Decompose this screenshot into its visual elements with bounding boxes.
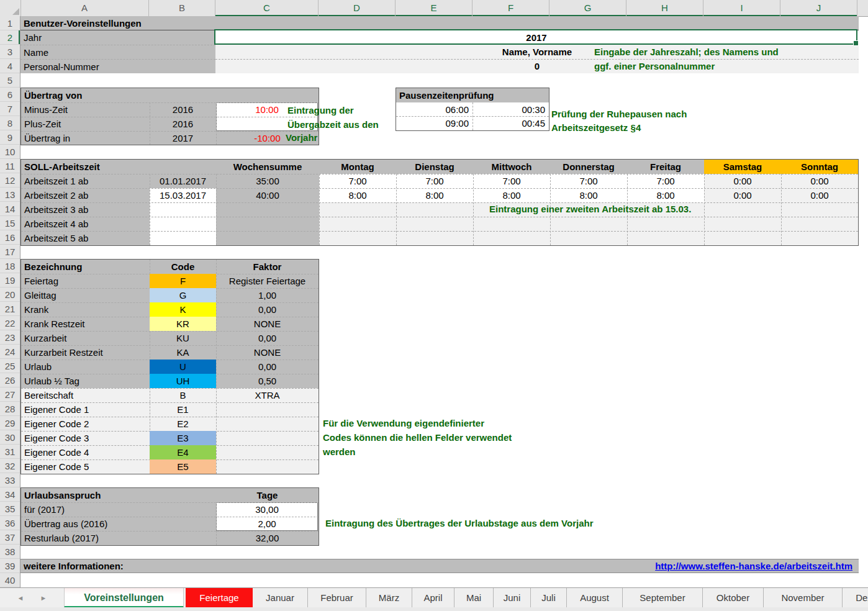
select-all-corner[interactable] [0,0,21,16]
arbeitszeit-2-date-cell[interactable]: 15.03.2017 [150,188,216,202]
tab-september[interactable]: September [623,588,703,608]
pausen-break-cell[interactable]: 00:45 [472,116,549,130]
tab-juni[interactable]: Juni [494,588,531,608]
code-cell[interactable]: G [150,288,216,302]
code-cell[interactable]: U [150,360,216,374]
soll-value-cell[interactable]: 7:00 [550,174,627,188]
tab-feiertage[interactable]: Feiertage [186,588,253,608]
row-header[interactable]: 26 [0,373,20,387]
row-header-selected[interactable]: 2 [0,30,20,45]
row-header[interactable]: 20 [0,287,20,302]
pausen-from-cell[interactable]: 09:00 [396,116,472,130]
code-cell[interactable]: KA [150,345,216,360]
urlaub-uebertrag-value-cell[interactable]: 2,00 [216,517,318,531]
code-cell[interactable]: E3 [150,431,216,445]
soll-value-cell[interactable]: 8:00 [550,188,627,202]
row-header[interactable]: 39 [0,559,20,573]
tab-scroll-left-icon[interactable]: ◄ [17,595,24,602]
row-header[interactable]: 9 [0,130,20,145]
pausen-from-cell[interactable]: 06:00 [396,102,472,117]
code-cell[interactable]: K [150,302,216,317]
row-header[interactable]: 24 [0,345,20,359]
row-header[interactable]: 3 [0,45,20,59]
row-header[interactable]: 11 [0,159,20,173]
soll-value-cell[interactable]: 0:00 [704,188,781,202]
row-header[interactable]: 28 [0,402,20,416]
column-header-g[interactable]: G [549,0,626,16]
column-header-e[interactable]: E [396,0,472,16]
code-cell[interactable]: E5 [150,459,216,474]
code-cell[interactable]: E2 [150,417,216,431]
name-value-cell[interactable]: Name, Vorname [475,45,599,59]
faktor-cell[interactable] [216,431,319,445]
column-header-d[interactable]: D [319,0,396,16]
personalnummer-value-cell[interactable]: 0 [475,59,599,73]
column-header-b[interactable]: B [149,0,215,16]
soll-value-cell[interactable]: 8:00 [627,188,704,202]
row-header[interactable]: 8 [0,116,20,130]
row-header[interactable]: 31 [0,445,20,459]
tab-maerz[interactable]: März [366,588,412,608]
row-header[interactable]: 27 [0,387,20,402]
soll-value-cell[interactable]: 8:00 [396,188,473,202]
column-header-f[interactable]: F [472,0,549,16]
faktor-cell[interactable] [216,402,319,417]
row-header[interactable]: 12 [0,173,20,188]
code-cell[interactable]: E4 [150,445,216,459]
row-header[interactable]: 15 [0,216,20,230]
row-header[interactable]: 35 [0,502,20,516]
tab-november[interactable]: November [764,588,843,608]
row-header[interactable]: 19 [0,273,20,287]
row-header[interactable]: 36 [0,516,20,530]
soll-value-cell[interactable]: 0:00 [781,174,858,188]
code-cell[interactable]: KR [150,317,216,331]
info-link[interactable]: http://www.steffen-hanske.de/arbeitszeit… [655,559,852,573]
row-header[interactable]: 5 [0,73,20,88]
row-header[interactable]: 37 [0,530,20,545]
jahr-value-cell[interactable]: 2017 [215,30,857,45]
row-header[interactable]: 6 [0,88,20,102]
row-header[interactable]: 13 [0,188,20,202]
faktor-cell[interactable] [216,417,319,431]
row-header[interactable]: 40 [0,573,20,587]
tab-oktober[interactable]: Oktober [703,588,764,608]
row-header[interactable]: 23 [0,330,20,345]
soll-value-cell[interactable]: 0:00 [704,174,781,188]
tab-februar[interactable]: Februar [308,588,366,608]
row-header[interactable]: 32 [0,459,20,473]
row-header[interactable]: 21 [0,302,20,316]
pausen-break-cell[interactable]: 00:30 [472,102,549,117]
soll-value-cell[interactable]: 0:00 [781,188,858,202]
faktor-cell[interactable] [216,445,319,459]
code-cell[interactable]: F [150,274,216,288]
row-header[interactable]: 4 [0,59,20,73]
soll-value-cell[interactable]: 7:00 [473,174,550,188]
tab-august[interactable]: August [567,588,623,608]
column-header-i[interactable]: I [703,0,780,16]
tab-dezember[interactable]: Dez [843,588,868,608]
row-header[interactable]: 14 [0,202,20,216]
row-header[interactable]: 30 [0,430,20,445]
plus-zeit-year-cell[interactable]: 2016 [150,117,216,131]
row-header[interactable]: 25 [0,359,20,373]
column-header-j[interactable]: J [780,0,857,16]
row-header[interactable]: 7 [0,102,20,116]
tab-januar[interactable]: Januar [253,588,308,608]
soll-value-cell[interactable]: 7:00 [396,174,473,188]
row-header[interactable]: 17 [0,245,20,259]
column-header-c[interactable]: C [215,0,319,16]
row-header[interactable]: 16 [0,230,20,245]
row-header[interactable]: 22 [0,316,20,330]
urlaub-fuer-value-cell[interactable]: 30,00 [216,502,318,517]
code-cell[interactable]: E1 [150,402,216,417]
minus-zeit-year-cell[interactable]: 2016 [150,102,216,117]
soll-value-cell[interactable]: 7:00 [319,174,396,188]
tab-april[interactable]: April [412,588,454,608]
row-header[interactable]: 34 [0,487,20,502]
row-header[interactable]: 1 [0,16,20,30]
soll-value-cell[interactable]: 8:00 [319,188,396,202]
column-header-a[interactable]: A [20,0,149,16]
uebertrag-in-year-cell[interactable]: 2017 [150,131,216,145]
row-header[interactable]: 33 [0,473,20,487]
row-header[interactable]: 29 [0,416,20,430]
